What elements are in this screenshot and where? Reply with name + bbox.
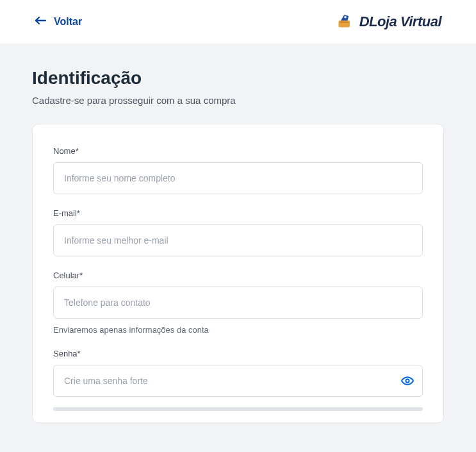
back-button[interactable]: Voltar bbox=[35, 16, 82, 28]
password-strength-bar bbox=[53, 407, 423, 411]
password-field-group: Senha* bbox=[53, 349, 423, 411]
svg-rect-1 bbox=[338, 21, 350, 28]
eye-icon[interactable] bbox=[401, 374, 414, 387]
phone-input[interactable] bbox=[53, 287, 423, 319]
password-input-wrap bbox=[53, 365, 423, 397]
name-field-group: Nome* bbox=[53, 146, 423, 194]
page-subtitle: Cadastre-se para prosseguir com a sua co… bbox=[32, 95, 444, 106]
email-input[interactable] bbox=[53, 224, 423, 256]
svg-point-3 bbox=[344, 16, 347, 19]
main-content: Identificação Cadastre-se para prossegui… bbox=[0, 44, 476, 436]
phone-field-group: Celular* Enviaremos apenas informações d… bbox=[53, 271, 423, 335]
name-label: Nome* bbox=[53, 146, 423, 156]
email-field-group: E-mail* bbox=[53, 208, 423, 256]
brand-logo: DLoja Virtual bbox=[336, 12, 441, 32]
name-input[interactable] bbox=[53, 162, 423, 194]
password-label: Senha* bbox=[53, 349, 423, 358]
svg-point-4 bbox=[406, 380, 409, 383]
page-title: Identificação bbox=[32, 68, 444, 88]
phone-helper-text: Enviaremos apenas informações da conta bbox=[53, 325, 423, 335]
svg-rect-2 bbox=[340, 22, 349, 23]
arrow-left-icon bbox=[35, 16, 46, 28]
signup-card: Nome* E-mail* Celular* Enviaremos apenas… bbox=[32, 124, 444, 423]
brand-name: DLoja Virtual bbox=[359, 13, 441, 30]
email-label: E-mail* bbox=[53, 208, 423, 218]
password-input[interactable] bbox=[53, 365, 423, 397]
back-label: Voltar bbox=[54, 16, 82, 28]
header-bar: Voltar DLoja Virtual bbox=[0, 0, 476, 44]
phone-label: Celular* bbox=[53, 271, 423, 280]
brand-mascot-icon bbox=[336, 12, 354, 32]
